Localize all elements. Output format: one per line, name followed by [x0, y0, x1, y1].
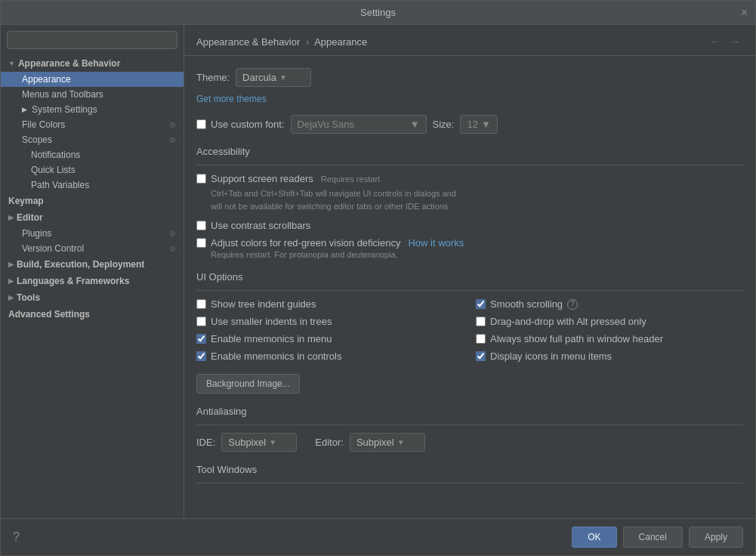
settings-icon: ⚙: [169, 136, 176, 144]
breadcrumb-separator: ›: [306, 36, 309, 48]
red-green-checkbox[interactable]: [196, 238, 206, 248]
smooth-scrolling-checkbox[interactable]: [476, 299, 486, 309]
settings-icon: ⚙: [169, 230, 176, 238]
sidebar-item-appearance-behavior[interactable]: ▼ Appearance & Behavior: [1, 55, 184, 72]
how-it-works-link[interactable]: How it works: [408, 237, 464, 249]
contrast-scrollbars-label: Use contrast scrollbars: [211, 220, 310, 231]
mnemonics-menu-label: Enable mnemonics in menu: [211, 333, 332, 344]
section-divider: [196, 165, 743, 165]
custom-font-checkbox[interactable]: [196, 119, 206, 129]
sidebar-item-label: Editor: [17, 212, 43, 223]
show-tree-label: Show tree indent guides: [211, 298, 316, 310]
ok-button[interactable]: OK: [572, 527, 616, 548]
sidebar-item-file-colors[interactable]: File Colors ⚙: [1, 117, 184, 132]
settings-dialog: Settings × ▼ Appearance & Behavior Appea…: [0, 0, 756, 556]
font-value: DejaVu Sans: [298, 119, 354, 130]
screen-readers-checkbox[interactable]: [196, 174, 206, 184]
nav-forward-button[interactable]: →: [727, 34, 743, 49]
sidebar-group-label: Appearance & Behavior: [18, 58, 120, 69]
nav-back-button[interactable]: ←: [707, 34, 724, 49]
antialiasing-header: Antialiasing: [196, 406, 743, 417]
ui-option-mnemonics-controls: Enable mnemonics in controls: [196, 351, 464, 362]
ide-aa-select[interactable]: Subpixel ▼: [221, 433, 297, 452]
sidebar-item-label: File Colors: [22, 119, 65, 130]
cancel-button[interactable]: Cancel: [623, 527, 683, 548]
smaller-indents-checkbox[interactable]: [196, 317, 206, 326]
ui-option-smooth-scrolling: Smooth scrolling ?: [476, 298, 743, 310]
mnemonics-controls-checkbox[interactable]: [196, 351, 206, 361]
apply-button[interactable]: Apply: [689, 527, 743, 548]
size-select: 12 ▼: [460, 115, 497, 134]
sidebar-item-version-control[interactable]: Version Control ⚙: [1, 241, 184, 256]
sidebar-item-label: Path Variables: [31, 180, 89, 190]
sidebar-item-build-execution[interactable]: ▶ Build, Execution, Deployment: [1, 256, 184, 273]
theme-row: Theme: Darcula ▼: [196, 68, 743, 87]
sidebar-item-appearance[interactable]: Appearance: [1, 72, 184, 87]
section-divider: [196, 290, 743, 291]
sidebar-item-keymap[interactable]: Keymap: [1, 193, 184, 209]
sidebar: ▼ Appearance & Behavior Appearance Menus…: [1, 25, 184, 518]
requires-restart2-text: Requires restart. For protanopia and deu…: [196, 250, 743, 259]
sidebar-item-quick-lists[interactable]: Quick Lists: [1, 162, 184, 178]
drag-drop-checkbox[interactable]: [476, 317, 486, 326]
main-scroll-area: Theme: Darcula ▼ Get more themes Use cus…: [184, 56, 755, 518]
sidebar-item-notifications[interactable]: Notifications: [1, 147, 184, 162]
close-button[interactable]: ×: [741, 6, 748, 20]
settings-icon: ⚙: [169, 121, 176, 129]
theme-select[interactable]: Darcula ▼: [236, 68, 311, 87]
sidebar-item-system-settings[interactable]: ▶ System Settings: [1, 102, 184, 117]
sidebar-item-label: Version Control: [22, 243, 84, 254]
full-path-checkbox[interactable]: [476, 334, 486, 344]
expand-arrow-icon: ▶: [8, 294, 14, 301]
ui-options-section: UI Options Show tree indent guides: [196, 271, 743, 394]
sidebar-item-label: System Settings: [32, 104, 97, 115]
mnemonics-menu-checkbox[interactable]: [196, 334, 206, 344]
sidebar-item-label: Tools: [17, 292, 40, 303]
dropdown-arrow-icon: ▼: [269, 438, 276, 446]
sidebar-item-path-variables[interactable]: Path Variables: [1, 178, 184, 193]
sidebar-item-menus-toolbars[interactable]: Menus and Toolbars: [1, 87, 184, 102]
help-button[interactable]: ?: [13, 530, 20, 544]
accessibility-section: Accessibility Support screen readers Req…: [196, 146, 743, 259]
ui-option-full-path: Always show full path in window header: [476, 333, 743, 344]
footer-buttons: OK Cancel Apply: [572, 527, 743, 548]
ide-aa-value: Subpixel: [228, 437, 266, 448]
ui-options-header: UI Options: [196, 271, 743, 283]
dropdown-arrow-icon: ▼: [397, 438, 405, 446]
background-image-button[interactable]: Background Image...: [196, 374, 300, 394]
ui-option-show-tree: Show tree indent guides: [196, 298, 464, 310]
sidebar-item-plugins[interactable]: Plugins ⚙: [1, 226, 184, 241]
smooth-scrolling-label: Smooth scrolling: [490, 298, 563, 310]
sidebar-item-editor[interactable]: ▶ Editor: [1, 209, 184, 226]
ui-option-drag-drop: Drag-and-drop with Alt pressed only: [476, 316, 743, 327]
theme-label: Theme:: [196, 72, 230, 83]
breadcrumb-part2: Appearance: [314, 36, 367, 48]
section-divider: [196, 483, 743, 483]
custom-font-checkbox-label[interactable]: Use custom font:: [196, 119, 285, 130]
sidebar-item-languages-frameworks[interactable]: ▶ Languages & Frameworks: [1, 273, 184, 289]
sidebar-item-label: Scopes: [22, 134, 52, 145]
dialog-footer: ? OK Cancel Apply: [1, 518, 755, 555]
search-input[interactable]: [7, 31, 177, 49]
expand-arrow-icon: ▼: [8, 60, 15, 67]
editor-aa-select[interactable]: Subpixel ▼: [350, 433, 425, 452]
smooth-scrolling-help-icon[interactable]: ?: [567, 299, 578, 310]
ui-option-mnemonics-menu: Enable mnemonics in menu: [196, 333, 464, 344]
sidebar-item-label: Advanced Settings: [8, 309, 90, 320]
sidebar-item-scopes[interactable]: Scopes ⚙: [1, 132, 184, 147]
custom-font-label: Use custom font:: [211, 119, 285, 130]
main-header: Appearance & Behavior › Appearance ← →: [184, 25, 755, 56]
sidebar-item-tools[interactable]: ▶ Tools: [1, 289, 184, 306]
screen-readers-row: Support screen readers Requires restart …: [196, 173, 743, 212]
expand-icon: ▶: [22, 106, 27, 113]
size-value: 12: [467, 119, 477, 130]
editor-aa-label: Editor:: [315, 437, 344, 448]
display-icons-checkbox[interactable]: [476, 351, 486, 361]
contrast-scrollbars-checkbox[interactable]: [196, 221, 206, 230]
sidebar-item-label: Menus and Toolbars: [22, 89, 103, 100]
get-more-themes-link[interactable]: Get more themes: [196, 94, 267, 104]
antialiasing-section: Antialiasing IDE: Subpixel ▼ Editor:: [196, 406, 743, 452]
show-tree-indent-checkbox[interactable]: [196, 299, 206, 309]
red-green-row: Adjust colors for red-green vision defic…: [196, 237, 743, 259]
sidebar-item-advanced-settings[interactable]: Advanced Settings: [1, 306, 184, 323]
